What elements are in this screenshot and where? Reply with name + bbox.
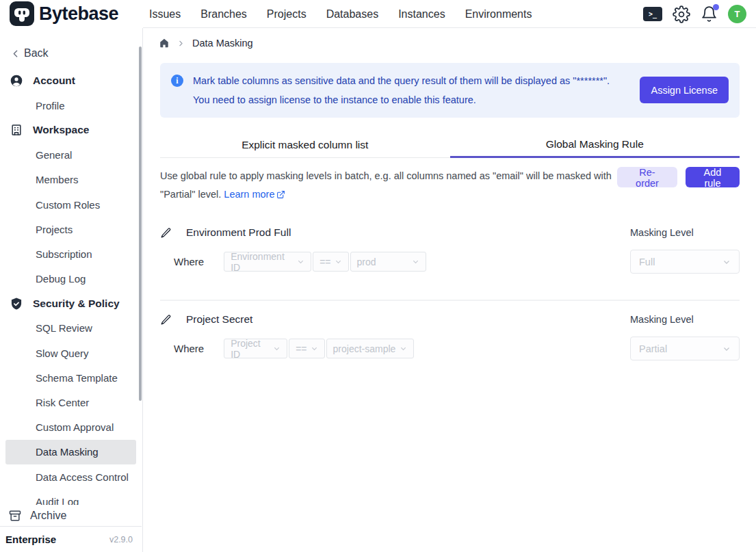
sidebar-scrollbar-thumb[interactable]	[139, 47, 142, 401]
bytebase-logo[interactable]: Bytebase	[10, 1, 118, 26]
top-bar-actions: >_ T	[643, 0, 746, 28]
factor-select[interactable]: Project ID	[224, 339, 287, 358]
factor-value: Project ID	[231, 338, 270, 360]
condition-expression: Environment ID == prod	[224, 252, 426, 272]
chevron-down-icon	[311, 345, 318, 352]
banner-line-1: Mark table columns as sensitive data and…	[193, 71, 610, 90]
sidebar-scroll-area: Back Account Profile Workspace General M…	[0, 28, 142, 505]
sidebar-item-projects[interactable]: Projects	[0, 217, 142, 241]
sidebar-item-members[interactable]: Members	[0, 168, 142, 192]
nav-instances[interactable]: Instances	[398, 8, 445, 21]
home-icon[interactable]	[159, 38, 170, 49]
chevron-down-icon	[722, 345, 731, 353]
tab-global-masking-rule[interactable]: Global Masking Rule	[450, 132, 740, 158]
learn-more-link[interactable]: Learn more	[224, 185, 285, 204]
nav-projects[interactable]: Projects	[267, 8, 307, 21]
chevron-left-icon	[10, 48, 21, 60]
edit-pencil-icon[interactable]	[160, 227, 172, 239]
back-label: Back	[24, 47, 49, 60]
masking-level-value: Full	[639, 257, 655, 267]
notification-dot	[713, 4, 719, 10]
sidebar-footer: Enterprise v2.9.0	[0, 526, 142, 552]
top-bar: Bytebase Issues Branches Projects Databa…	[0, 0, 756, 28]
bytebase-logo-icon	[10, 1, 34, 26]
sidebar-item-general[interactable]: General	[0, 143, 142, 168]
intro-text: Use global rule to apply masking levels …	[160, 167, 617, 204]
user-avatar[interactable]: T	[728, 5, 746, 23]
notifications-bell-icon[interactable]	[701, 5, 718, 23]
rule-header: Environment Prod Full Masking Level	[160, 226, 740, 239]
masking-tabs: Explicit masked column list Global Maski…	[160, 132, 740, 158]
rule-title: Environment Prod Full	[186, 226, 291, 239]
banner-line-2: You need to assign license to the instan…	[193, 90, 610, 109]
sidebar-item-slow-query[interactable]: Slow Query	[0, 341, 142, 365]
condition-value: prod	[357, 257, 376, 267]
masking-level-select[interactable]: Full	[630, 250, 740, 274]
sidebar-item-sql-review[interactable]: SQL Review	[0, 316, 142, 341]
factor-select[interactable]: Environment ID	[224, 252, 311, 272]
sidebar-item-custom-roles[interactable]: Custom Roles	[0, 192, 142, 217]
version-label: v2.9.0	[109, 535, 133, 544]
masking-level-select[interactable]: Partial	[630, 337, 740, 360]
settings-sidebar: Back Account Profile Workspace General M…	[0, 28, 143, 552]
chevron-down-icon	[273, 345, 281, 352]
sidebar-item-subscription[interactable]: Subscription	[0, 241, 142, 266]
chevron-down-icon	[297, 258, 304, 265]
section-title: Security & Policy	[33, 298, 120, 310]
add-rule-button[interactable]: Add rule	[686, 167, 740, 187]
masking-level-label: Masking Level	[630, 227, 740, 238]
chevron-down-icon	[412, 258, 419, 265]
operator-value: ==	[296, 343, 307, 354]
sql-editor-terminal-icon[interactable]: >_	[643, 7, 662, 21]
operator-select[interactable]: ==	[313, 252, 348, 272]
chevron-down-icon	[722, 258, 731, 266]
nav-branches[interactable]: Branches	[200, 8, 247, 21]
assign-license-button[interactable]: Assign License	[640, 77, 729, 103]
banner-text: Mark table columns as sensitive data and…	[193, 71, 610, 109]
chevron-down-icon	[335, 258, 342, 265]
rules-list: Environment Prod Full Masking Level Wher…	[160, 226, 740, 360]
breadcrumb: Data Masking	[144, 28, 756, 51]
masking-level-value: Partial	[639, 343, 667, 354]
back-button[interactable]: Back	[0, 41, 142, 66]
shield-check-icon	[10, 297, 23, 311]
sidebar-item-schema-template[interactable]: Schema Template	[0, 365, 142, 390]
reorder-button[interactable]: Re-order	[617, 167, 677, 187]
external-link-icon	[276, 190, 285, 199]
main-nav: Issues Branches Projects Databases Insta…	[149, 0, 532, 28]
rule-header: Project Secret Masking Level	[160, 313, 740, 326]
sidebar-item-debug-log[interactable]: Debug Log	[0, 267, 142, 291]
brand-name: Bytebase	[39, 3, 118, 25]
nav-environments[interactable]: Environments	[465, 8, 532, 21]
settings-gear-icon[interactable]	[673, 5, 690, 23]
archive-label: Archive	[30, 510, 66, 522]
masking-level-label: Masking Level	[630, 314, 740, 325]
sidebar-item-data-access-control[interactable]: Data Access Control	[0, 464, 142, 489]
sidebar-item-profile[interactable]: Profile	[0, 93, 142, 118]
where-label: Where	[174, 256, 204, 267]
operator-value: ==	[320, 257, 330, 267]
condition-value: project-sample	[333, 343, 396, 354]
info-icon: i	[171, 75, 183, 87]
where-label: Where	[174, 343, 204, 354]
nav-databases[interactable]: Databases	[326, 8, 379, 21]
sidebar-item-data-masking[interactable]: Data Masking	[5, 440, 136, 464]
factor-value: Environment ID	[231, 251, 294, 273]
rule-condition-row: Where Project ID == project-sample	[160, 337, 740, 360]
building-icon	[10, 123, 23, 137]
sidebar-item-archive[interactable]: Archive	[0, 505, 142, 526]
sidebar-item-custom-approval[interactable]: Custom Approval	[0, 415, 142, 440]
chevron-right-icon	[177, 39, 185, 48]
value-select[interactable]: prod	[350, 252, 426, 272]
sidebar-item-risk-center[interactable]: Risk Center	[0, 390, 142, 415]
main-content: Data Masking i Mark table columns as sen…	[144, 28, 756, 552]
tab-explicit-masked-column-list[interactable]: Explicit masked column list	[160, 132, 450, 158]
rule-card-project-secret: Project Secret Masking Level Where Proje…	[160, 313, 740, 360]
nav-issues[interactable]: Issues	[149, 8, 181, 21]
operator-select[interactable]: ==	[289, 339, 324, 358]
section-title: Account	[33, 75, 75, 87]
sidebar-item-audit-log[interactable]: Audit Log	[0, 489, 142, 505]
value-select[interactable]: project-sample	[326, 339, 414, 358]
rule-divider	[160, 300, 740, 301]
edit-pencil-icon[interactable]	[160, 314, 172, 326]
